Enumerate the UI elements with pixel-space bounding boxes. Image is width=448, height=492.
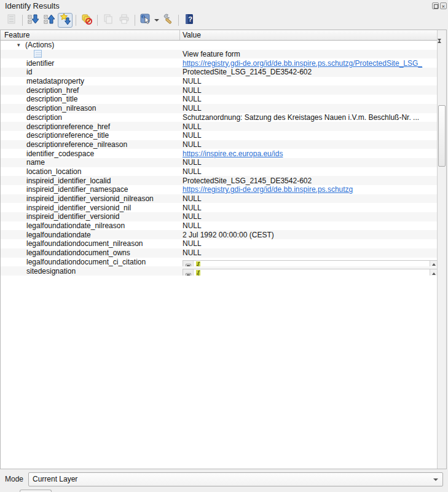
identify-toolbar: i? (4, 12, 197, 29)
attribute-name: descriptionreference_nilreason (26, 140, 127, 149)
table-row[interactable]: description_titleNULL (1, 95, 438, 104)
float-panel-icon[interactable] (432, 2, 439, 9)
expand-tree-button[interactable] (26, 13, 41, 28)
table-row[interactable]: location_locationNULL (1, 167, 438, 177)
expand-new-results-button[interactable] (58, 13, 73, 28)
attribute-name: legalfoundationdate (26, 231, 91, 239)
mode-label: Mode (5, 475, 23, 483)
value-column-header[interactable]: Value (180, 30, 446, 40)
table-header: Feature Value (1, 30, 446, 41)
table-row[interactable]: legalfoundationdocument_ci_citation{ "gm… (1, 258, 438, 267)
clear-results-button[interactable] (79, 13, 94, 28)
help-button[interactable]: ? (182, 13, 197, 28)
fold-marker-icon[interactable] (186, 273, 191, 276)
table-row[interactable]: legalfoundationdocument_nilreasonNULL (1, 239, 438, 248)
settings-wrench-icon (162, 14, 173, 27)
attribute-value: Schutzanordnung: Satzung des Kreistages … (183, 113, 419, 122)
table-row[interactable]: metadatapropertyNULL (1, 77, 438, 86)
table-row[interactable]: descriptionreference_nilreasonNULL (1, 140, 438, 149)
copy-button (101, 13, 116, 28)
collapse-tree-button[interactable] (42, 13, 57, 28)
mode-bar: Mode Current Layer (0, 469, 448, 492)
clear-results-icon (81, 14, 92, 27)
table-row[interactable]: description_hrefNULL (1, 85, 438, 95)
attribute-value: NULL (183, 77, 202, 85)
svg-text:?: ? (188, 15, 192, 23)
code-line: { (196, 269, 438, 276)
expand-tree-icon (28, 14, 39, 27)
identify-mode-dropdown-icon[interactable] (154, 13, 160, 28)
action-label[interactable]: View feature form (183, 50, 240, 58)
table-row[interactable]: sitedesignation{ "ps:DesignationType": {… (1, 266, 438, 276)
attribute-value: NULL (183, 212, 202, 221)
attribute-name: description (26, 113, 62, 122)
toolbar-separator (178, 15, 179, 26)
actions-group-label: (Actions) (25, 41, 54, 49)
table-row[interactable]: View feature form (1, 50, 438, 59)
identify-results-panel: Identify Results i? Feature Value ▾(Acti… (0, 0, 448, 492)
print-icon (119, 14, 130, 27)
form-view-icon (6, 14, 17, 27)
table-row[interactable]: legalfoundationdate_nilreasonNULL (1, 221, 438, 231)
scroll-down-icon[interactable] (438, 41, 446, 52)
json-code-editor[interactable]: { "ps:DesignationType": { "ps:designatio… (183, 269, 438, 276)
fold-gutter[interactable] (183, 269, 194, 276)
table-row[interactable]: legalfoundationdate2 Jul 1992 00:00:00 (… (1, 230, 438, 239)
attribute-name: legalfoundationdate_nilreason (26, 221, 125, 230)
mode-combobox[interactable]: Current Layer (28, 472, 443, 486)
copy-icon (103, 14, 114, 27)
attribute-value: 2 Jul 1992 00:00:00 (CEST) (183, 231, 274, 239)
attribute-value: NULL (183, 158, 202, 167)
expander-icon[interactable]: ▾ (17, 42, 25, 48)
attribute-value: ProtectedSite_LSG_2145_DE3542-602 (183, 68, 312, 76)
identify-mode-button[interactable]: i (138, 13, 153, 28)
table-row[interactable]: identifierhttps://registry.gdi-de.org/id… (1, 58, 438, 68)
fold-marker-icon[interactable] (186, 264, 191, 266)
attribute-value: NULL (183, 122, 202, 131)
code-line: { (196, 261, 438, 267)
attribute-name: metadataproperty (26, 77, 84, 85)
code-content: { "gmd:date": { "gmd:CI_Date": { "gmd:da… (194, 261, 438, 267)
json-code-editor[interactable]: { "gmd:date": { "gmd:CI_Date": { "gmd:da… (183, 260, 438, 267)
attribute-name: inspireid_identifier_versionid_nilreason (26, 194, 154, 203)
table-row[interactable]: descriptionreference_hrefNULL (1, 122, 438, 131)
attribute-name: legalfoundationdocument_ci_citation (26, 258, 146, 266)
attribute-name: inspireid_identifier_namespace (26, 185, 128, 194)
table-row[interactable]: inspireid_identifier_namespacehttps://re… (1, 185, 438, 194)
table-row[interactable]: inspireid_identifier_versionid_nilreason… (1, 194, 438, 204)
attribute-value-link[interactable]: https://registry.gdi-de.org/id/de.bb.ins… (183, 185, 353, 194)
table-row[interactable]: inspireid_identifier_versionidNULL (1, 212, 438, 221)
table-body: ▾(Actions)View feature formidentifierhtt… (1, 41, 438, 469)
attribute-value-link[interactable]: https://registry.gdi-de.org/id/de.bb.ins… (183, 59, 422, 68)
help-icon: ? (184, 14, 195, 27)
fold-gutter[interactable] (183, 261, 194, 267)
feature-column-header[interactable]: Feature (1, 30, 180, 40)
attribute-name: inspireid_identifier_versionid_nil (26, 204, 131, 212)
settings-wrench-button[interactable] (160, 13, 175, 28)
print-button (117, 13, 132, 28)
toolbar-separator (135, 15, 135, 26)
table-row[interactable]: descriptionreference_titleNULL (1, 131, 438, 140)
close-icon[interactable] (440, 2, 447, 9)
table-row[interactable]: description_nilreasonNULL (1, 104, 438, 113)
table-row[interactable]: idProtectedSite_LSG_2145_DE3542-602 (1, 68, 438, 77)
main-vertical-scrollbar[interactable] (437, 30, 446, 469)
table-row[interactable]: nameNULL (1, 158, 438, 167)
attribute-name: legalfoundationdocument_nilreason (26, 239, 143, 248)
partial-bottom-widget (20, 490, 52, 492)
results-table: Feature Value ▾(Actions)View feature for… (0, 30, 447, 469)
table-row[interactable]: inspireid_identifier_localidProtectedSit… (1, 176, 438, 185)
attribute-value: NULL (183, 239, 202, 248)
feature-form-icon[interactable] (34, 50, 42, 58)
attribute-value-link[interactable]: https://inspire.ec.europa.eu/ids (183, 149, 283, 158)
table-row[interactable]: identifier_codespacehttps://inspire.ec.e… (1, 149, 438, 158)
gutter-line (183, 269, 193, 276)
attribute-name: id (26, 68, 32, 76)
table-row[interactable]: descriptionSchutzanordnung: Satzung des … (1, 113, 438, 122)
table-row[interactable]: ▾(Actions) (1, 41, 438, 50)
scrollbar-thumb[interactable] (438, 105, 446, 167)
table-row[interactable]: legalfoundationdocument_ownsNULL (1, 248, 438, 258)
table-row[interactable]: inspireid_identifier_versionid_nilNULL (1, 203, 438, 212)
attribute-name: inspireid_identifier_localid (26, 177, 111, 185)
toolbar-separator (22, 15, 23, 26)
